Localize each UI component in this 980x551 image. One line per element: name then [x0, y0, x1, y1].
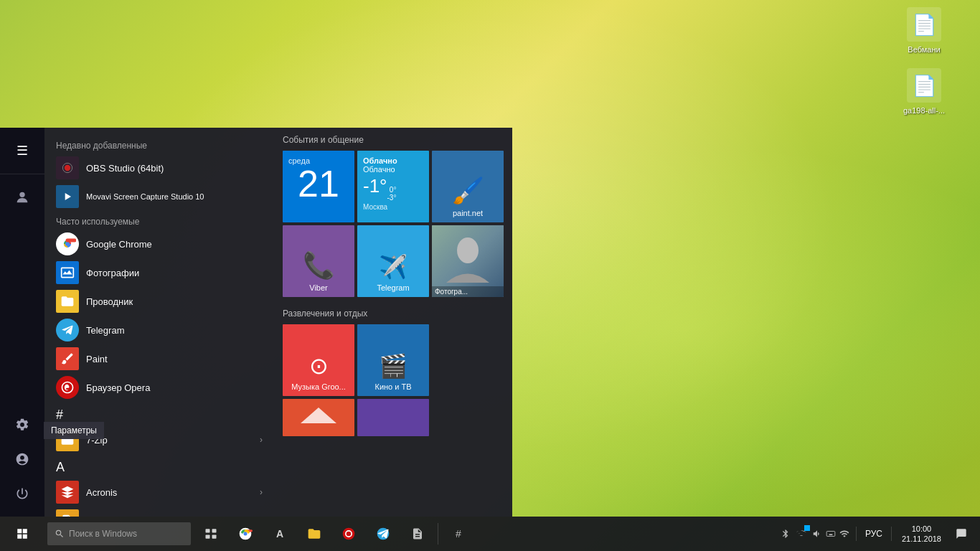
tiles-row-3: ⊙ Музыка Groo... 🎬 Кино и ТВ — [283, 324, 504, 396]
taskbar-opera[interactable] — [331, 517, 366, 551]
notification-button[interactable] — [948, 517, 974, 551]
tile-viber[interactable]: 📞 Viber — [283, 225, 354, 297]
svg-point-17 — [244, 532, 248, 536]
chrome-icon — [56, 232, 79, 255]
app-item-7zip[interactable]: 7-Zip › — [44, 425, 274, 454]
weather-condition1: Облачно — [363, 156, 397, 165]
paint-label: Paint — [86, 354, 108, 364]
svg-point-18 — [343, 528, 355, 540]
svg-marker-11 — [301, 408, 336, 423]
sys-tray-group — [778, 527, 824, 541]
wifi-icon[interactable] — [837, 527, 852, 541]
advego-icon — [56, 509, 79, 517]
weather-temp2: 0° — [390, 186, 397, 194]
tile-music[interactable]: ⊙ Музыка Groo... — [283, 324, 354, 396]
tiles-row-4 — [283, 399, 504, 436]
search-icon — [55, 529, 65, 539]
app-item-explorer[interactable]: Проводник — [44, 287, 274, 316]
taskbar-font-a[interactable]: A — [263, 517, 297, 551]
keyboard-icon[interactable] — [826, 527, 836, 541]
app-item-photos[interactable]: Фотографии — [44, 258, 274, 287]
network-tray[interactable] — [794, 527, 809, 541]
weather-temp: -1° — [363, 176, 387, 195]
desktop-icon-webmani[interactable]: 📄 Вебмани — [895, 7, 953, 55]
app-item-acronis[interactable]: Acronis › — [44, 478, 274, 507]
tile-purple[interactable] — [357, 399, 429, 436]
app-item-opera[interactable]: Браузер Opera — [44, 373, 274, 402]
language-label[interactable]: РУС — [861, 529, 887, 539]
app-item-movavi[interactable]: Movavi Screen Capture Studio 10 — [44, 182, 274, 211]
sidebar-settings-btn[interactable]: Параметры — [5, 408, 39, 442]
paint-icon — [56, 347, 79, 370]
ga198-icon: 📄 — [907, 68, 941, 103]
sidebar-hamburger[interactable]: ☰ — [5, 133, 39, 168]
svg-point-0 — [19, 192, 24, 197]
explorer-icon — [56, 290, 79, 313]
alpha-a-label: A — [44, 454, 274, 478]
taskbar-explorer[interactable] — [297, 517, 331, 551]
ga198-label: ga198-all-... — [903, 105, 945, 116]
tile-paintnet[interactable]: 🖌️ paint.net — [432, 151, 504, 222]
7zip-arrow: › — [260, 435, 263, 445]
sidebar-power[interactable] — [5, 476, 39, 511]
advego-label: Advego Plagiatus — [86, 516, 159, 517]
acronis-label: Acronis — [86, 487, 117, 498]
taskbar-separator — [438, 523, 438, 545]
volume-icon[interactable] — [810, 527, 824, 541]
start-menu: ☰ Параметры Недавно добавленные OBS Stud… — [0, 128, 512, 517]
weather-temp3: -3° — [387, 194, 397, 202]
taskbar-taskview[interactable] — [194, 517, 228, 551]
cinema-tile-label: Кино и ТВ — [372, 382, 414, 392]
photos-tile-label: Фотогра... — [432, 286, 504, 297]
acronis-arrow: › — [260, 487, 263, 497]
obs-label: OBS Studio (64bit) — [86, 163, 164, 174]
taskbar-chrome[interactable] — [228, 517, 263, 551]
taskbar-search[interactable]: Поиск в Windows — [47, 522, 191, 545]
tile-telegram-tile[interactable]: ✈️ Telegram — [357, 225, 429, 297]
webmani-icon: 📄 — [907, 7, 941, 42]
sidebar-user[interactable] — [5, 180, 39, 215]
explorer-label: Проводник — [86, 296, 133, 307]
desktop-icon-ga198[interactable]: 📄 ga198-all-... — [895, 68, 953, 116]
recently-added-title: Недавно добавленные — [44, 135, 274, 154]
telegram-icon — [56, 319, 79, 342]
weather-city: Москва — [363, 203, 387, 211]
alpha-divider: # — [44, 402, 274, 425]
app-item-advego[interactable]: Advego Plagiatus › — [44, 507, 274, 517]
opera-label: Браузер Opera — [86, 382, 150, 393]
tile-photos[interactable]: Фотогра... — [432, 225, 504, 297]
taskbar-clock[interactable]: 10:00 21.11.2018 — [896, 524, 947, 545]
svg-rect-12 — [206, 529, 210, 532]
app-item-telegram[interactable]: Telegram — [44, 316, 274, 344]
start-sidebar: ☰ Параметры — [0, 128, 44, 517]
tile-weather[interactable]: Облачно Облачно -1° 0° -3° Москва — [357, 151, 429, 222]
app-item-obs[interactable]: OBS Studio (64bit) — [44, 154, 274, 182]
tile-calendar[interactable]: среда 21 — [283, 151, 354, 222]
tray-divider — [856, 527, 857, 541]
tiles-row-2: 📞 Viber ✈️ Telegram — [283, 225, 504, 297]
start-button[interactable] — [0, 517, 44, 551]
taskbar-right: РУС 10:00 21.11.2018 — [778, 517, 980, 551]
taskbar-file[interactable] — [400, 517, 435, 551]
calendar-day-num: 21 — [283, 165, 354, 202]
app-item-paint[interactable]: Paint — [44, 344, 274, 373]
svg-rect-13 — [212, 529, 217, 532]
sidebar-person[interactable] — [5, 442, 39, 476]
opera-icon — [56, 376, 79, 399]
svg-point-2 — [65, 165, 70, 171]
svg-point-7 — [65, 242, 70, 246]
taskbar-telegram[interactable] — [366, 517, 400, 551]
tiles-area: События и общение среда 21 Облачно Облач… — [274, 128, 512, 517]
viber-tile-label: Viber — [306, 283, 330, 293]
taskbar-hash[interactable]: # — [441, 517, 476, 551]
tiles-section-events: События и общение — [283, 135, 504, 145]
app-item-chrome[interactable]: Google Chrome — [44, 230, 274, 258]
obs-icon — [56, 156, 79, 179]
bluetooth-icon[interactable] — [778, 527, 793, 541]
photos-label: Фотографии — [86, 268, 139, 278]
tile-cinema[interactable]: 🎬 Кино и ТВ — [357, 324, 429, 396]
movavi-icon — [56, 185, 79, 208]
frequently-used-title: Часто используемые — [44, 211, 274, 230]
7zip-label: 7-Zip — [86, 435, 108, 446]
tile-orange[interactable] — [283, 399, 354, 436]
